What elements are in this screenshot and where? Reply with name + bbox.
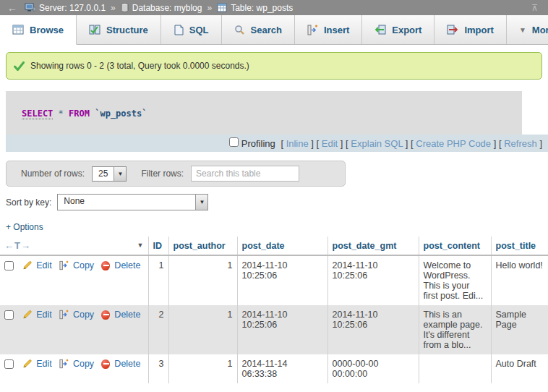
bracket: [	[317, 138, 320, 149]
tab-label: Browse	[30, 25, 64, 35]
tab-structure[interactable]: Structure	[77, 15, 161, 44]
edit-query-link[interactable]: Edit	[322, 138, 338, 149]
tab-label: Structure	[106, 25, 148, 35]
breadcrumb: Server: 127.0.0.1 » Database: myblog » T…	[25, 3, 293, 13]
cell-post-date: 2014-11-10 10:25:06	[237, 255, 327, 305]
delete-row-link[interactable]: Delete	[114, 359, 140, 369]
sql-table-name: `wp_posts`	[95, 108, 147, 119]
breadcrumb-server[interactable]: Server: 127.0.0.1	[39, 3, 106, 13]
chevron-down-icon: ▼	[114, 167, 126, 181]
column-header-post-content[interactable]: post_content	[419, 237, 491, 255]
column-header-post-date-gmt[interactable]: post_date_gmt	[327, 237, 419, 255]
table-icon	[217, 3, 227, 12]
tab-export[interactable]: Export	[362, 15, 434, 44]
delete-row-link[interactable]: Delete	[114, 260, 140, 270]
delete-row-link[interactable]: Delete	[114, 310, 140, 320]
profiling-checkbox[interactable]	[229, 137, 239, 147]
delete-row-icon	[101, 310, 110, 320]
breadcrumb-table[interactable]: Table: wp_posts	[231, 3, 293, 13]
tab-label: Insert	[324, 25, 349, 35]
back-arrow-icon[interactable]: ←	[0, 2, 25, 14]
copy-row-link[interactable]: Copy	[73, 310, 94, 320]
edit-pencil-icon	[22, 310, 32, 320]
inline-link[interactable]: Inline	[286, 138, 309, 149]
tab-label: Export	[392, 25, 421, 35]
copy-row-link[interactable]: Copy	[73, 359, 94, 369]
edit-row-link[interactable]: Edit	[36, 359, 52, 369]
sort-by-key-select[interactable]: None ▼	[57, 194, 208, 210]
edit-row-link[interactable]: Edit	[36, 310, 52, 320]
tab-browse[interactable]: Browse	[0, 15, 77, 45]
copy-row-link[interactable]: Copy	[73, 260, 94, 270]
result-controls-bar: Number of rows: 25 ▼ Filter rows:	[6, 161, 346, 187]
create-php-code-link[interactable]: Create PHP Code	[416, 138, 491, 149]
row-checkbox[interactable]	[4, 261, 14, 270]
breadcrumb-database[interactable]: Database: myblog	[132, 3, 202, 13]
chevron-down-icon: ▼	[195, 195, 207, 210]
cell-post-date: 2014-11-14 06:33:38	[237, 354, 327, 383]
copy-row-icon	[59, 260, 69, 270]
cell-post-title: Auto Draft	[491, 354, 548, 383]
cell-post-content: Welcome to WordPress. This is your first…	[419, 255, 491, 305]
cell-post-content	[419, 354, 491, 383]
edit-pencil-icon	[22, 359, 32, 369]
breadcrumb-separator: »	[207, 3, 212, 13]
filter-rows-input[interactable]	[191, 166, 299, 182]
cell-post-author: 1	[168, 354, 237, 383]
tab-search[interactable]: Search	[222, 15, 295, 44]
sort-dropdown-icon[interactable]: ▼	[137, 242, 144, 249]
query-toolbar: Profiling [ Inline ] [ Edit ] [ Explain …	[6, 135, 548, 152]
tab-sql[interactable]: SQL	[161, 15, 222, 44]
column-header-post-title[interactable]: post_title	[491, 237, 548, 255]
table-row: Edit Copy Delete 1 1 2014-11-10 10:25:06…	[0, 255, 548, 305]
results-table: ←T→ ▼ ID post_author post_date post_date…	[0, 237, 548, 383]
sql-query-box: SELECT * FROM `wp_posts`	[6, 91, 522, 135]
cell-post-author: 1	[168, 305, 237, 354]
chevron-down-icon: ▼	[519, 26, 526, 34]
bracket: [	[411, 138, 414, 149]
import-icon	[447, 25, 458, 35]
row-checkbox[interactable]	[4, 310, 14, 320]
tab-label: More	[532, 25, 548, 35]
tab-import[interactable]: Import	[434, 15, 506, 44]
bracket: ]	[311, 138, 314, 149]
explain-sql-link[interactable]: Explain SQL	[351, 138, 403, 149]
tab-label: Import	[464, 25, 493, 35]
success-check-icon	[14, 61, 25, 71]
bracket: [	[281, 138, 283, 149]
sort-row: Sort by key: None ▼	[6, 194, 548, 210]
refresh-link[interactable]: Refresh	[504, 138, 537, 149]
options-toggle[interactable]: + Options	[6, 222, 43, 232]
sql-keyword-select: SELECT	[22, 108, 53, 119]
table-row: Edit Copy Delete 2 1 2014-11-10 10:25:06…	[0, 305, 548, 354]
transpose-control[interactable]: ←T→	[4, 240, 31, 251]
sql-icon	[174, 25, 184, 35]
status-message-text: Showing rows 0 - 2 (3 total, Query took …	[30, 61, 249, 71]
cell-post-date-gmt: 2014-11-10 10:25:06	[327, 305, 419, 354]
tab-more[interactable]: ▼ More	[507, 15, 548, 44]
bracket: ]	[341, 138, 343, 149]
export-icon	[374, 25, 386, 35]
bracket: [	[346, 138, 348, 149]
number-of-rows-select[interactable]: 25 ▼	[92, 166, 127, 182]
number-of-rows-label: Number of rows:	[21, 169, 85, 179]
breadcrumb-separator: »	[111, 3, 116, 13]
bracket: ]	[406, 138, 408, 149]
cell-id: 1	[148, 255, 168, 305]
column-header-post-author[interactable]: post_author	[168, 237, 237, 255]
row-checkbox[interactable]	[4, 359, 14, 369]
column-header-id[interactable]: ID	[148, 237, 168, 255]
actions-header: ←T→ ▼	[0, 237, 148, 255]
table-row: Edit Copy Delete 3 1 2014-11-14 06:33:38…	[0, 354, 548, 383]
edit-row-link[interactable]: Edit	[36, 260, 52, 270]
collapse-panel-icon[interactable]: ⊼	[531, 4, 538, 12]
number-of-rows-value: 25	[93, 167, 114, 181]
cell-post-date-gmt: 2014-11-10 10:25:06	[327, 255, 419, 305]
column-header-post-date[interactable]: post_date	[237, 237, 327, 255]
cell-post-title: Hello world!	[491, 255, 548, 305]
tab-insert[interactable]: Insert	[295, 15, 362, 44]
bracket: ]	[539, 138, 542, 149]
search-icon	[234, 25, 245, 35]
cell-post-author: 1	[168, 255, 237, 305]
cell-id: 2	[148, 305, 168, 354]
